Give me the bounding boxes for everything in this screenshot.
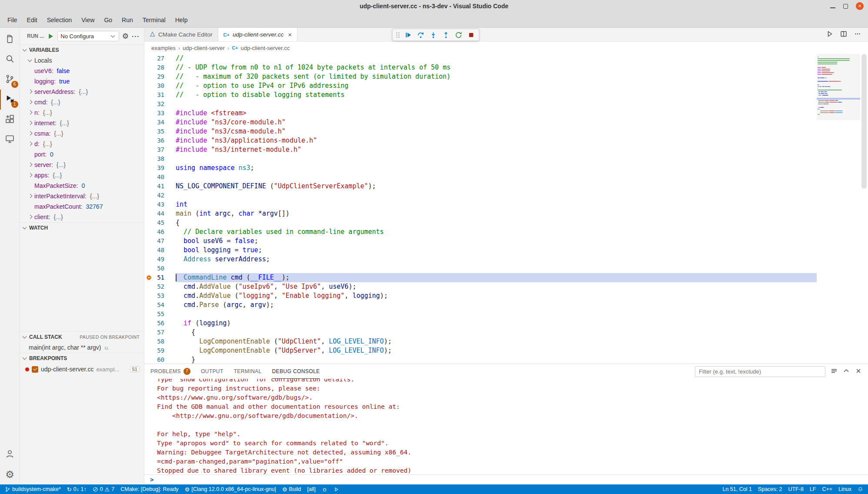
variable-d[interactable]: d:{...} xyxy=(20,139,144,149)
line-gutter[interactable]: 52 xyxy=(144,282,176,291)
line-gutter[interactable]: 54 xyxy=(144,300,176,310)
code-line-27[interactable]: 27// xyxy=(144,54,817,63)
close-tab-icon[interactable]: × xyxy=(288,31,292,38)
variable-n[interactable]: n:{...} xyxy=(20,107,144,118)
status-buildsystem-cmake[interactable]: buildsystem-cmake* xyxy=(2,484,64,494)
activity-remote-explorer[interactable] xyxy=(0,130,20,150)
code-line-32[interactable]: 32 xyxy=(144,100,817,109)
tab-udp-client-server[interactable]: C+ udp-client-server.cc × xyxy=(218,28,297,41)
code-line-34[interactable]: 34#include "ns3/core-module.h" xyxy=(144,118,817,127)
activity-source-control[interactable]: 6 xyxy=(0,70,20,90)
line-gutter[interactable]: 40 xyxy=(144,173,176,182)
console-input-row[interactable]: > xyxy=(144,474,868,484)
menu-go[interactable]: Go xyxy=(99,15,117,25)
code-line-56[interactable]: 56 if (logging) xyxy=(144,319,817,328)
code-line-28[interactable]: 28// - UDP flow from n0 to n1 of 1024 by… xyxy=(144,63,817,72)
line-gutter[interactable]: 29 xyxy=(144,72,176,81)
status-0-1[interactable]: ↻0↓ 1↑ xyxy=(64,484,90,494)
code-line-37[interactable]: 37#include "ns3/internet-module.h" xyxy=(144,145,817,154)
line-gutter[interactable]: 34 xyxy=(144,118,176,127)
status-spaces-2[interactable]: Spaces: 2 xyxy=(755,484,785,494)
step-into-button[interactable] xyxy=(427,30,439,40)
code-line-57[interactable]: 57 { xyxy=(144,328,817,337)
line-gutter[interactable]: 37 xyxy=(144,145,176,154)
panel-tab-problems[interactable]: PROBLEMS7 xyxy=(150,364,190,379)
code-line-35[interactable]: 35#include "ns3/csma-module.h" xyxy=(144,127,817,136)
code-line-54[interactable]: 54 cmd.Parse (argc, argv); xyxy=(144,300,817,310)
line-gutter[interactable]: 39 xyxy=(144,164,176,173)
line-gutter[interactable]: 45 xyxy=(144,218,176,227)
code-line-44[interactable]: 44main (int argc, char *argv[]) xyxy=(144,209,817,218)
line-gutter[interactable]: 46 xyxy=(144,227,176,237)
line-gutter[interactable]: 57 xyxy=(144,328,176,337)
code-line-43[interactable]: 43int xyxy=(144,200,817,209)
line-gutter[interactable]: 50 xyxy=(144,264,176,273)
code-line-38[interactable]: 38 xyxy=(144,154,817,164)
line-gutter[interactable]: 41 xyxy=(144,182,176,191)
menu-run[interactable]: Run xyxy=(117,15,138,25)
line-gutter[interactable]: 38 xyxy=(144,154,176,164)
menu-help[interactable]: Help xyxy=(170,15,193,25)
code-line-49[interactable]: 49 Address serverAddress; xyxy=(144,255,817,264)
line-gutter[interactable]: 56 xyxy=(144,319,176,328)
editor-scrollbar[interactable] xyxy=(860,54,868,364)
line-gutter[interactable]: 30 xyxy=(144,81,176,90)
breadcrumb-item-examples[interactable]: examples xyxy=(151,45,176,51)
close-button[interactable]: × xyxy=(856,2,864,10)
restart-button[interactable] xyxy=(453,30,464,40)
variable-maxpacketcount[interactable]: maxPacketCount:32767 xyxy=(20,201,144,212)
panel-tab-output[interactable]: OUTPUT xyxy=(201,364,224,379)
status-0-7[interactable]: 0⚠7 xyxy=(90,484,118,494)
activity-extensions[interactable] xyxy=(0,110,20,130)
line-gutter[interactable]: 51 xyxy=(144,273,176,282)
variable-apps[interactable]: apps:{...} xyxy=(20,170,144,180)
variable-server[interactable]: server:{...} xyxy=(20,160,144,170)
code-line-59[interactable]: 59 LogComponentEnable ("UdpServer", LOG_… xyxy=(144,346,817,355)
variables-header[interactable]: VARIABLES xyxy=(20,45,144,55)
menu-edit[interactable]: Edit xyxy=(22,15,42,25)
activity-explorer[interactable] xyxy=(0,30,20,50)
menu-file[interactable]: File xyxy=(3,15,22,25)
continue-button[interactable] xyxy=(402,30,414,40)
breadcrumb-item-udp-client-server-cc[interactable]: udp-client-server.cc xyxy=(241,45,290,51)
code-line-33[interactable]: 33#include <fstream> xyxy=(144,109,817,118)
console-filter-input[interactable] xyxy=(695,366,825,377)
breadcrumb-item-udp-client-server[interactable]: udp-client-server xyxy=(183,45,225,51)
code-line-55[interactable]: 55 xyxy=(144,310,817,319)
status-lf[interactable]: LF xyxy=(807,484,819,494)
code-line-60[interactable]: 60 } xyxy=(144,355,817,364)
variable-maxpacketsize[interactable]: MaxPacketSize:0 xyxy=(20,180,144,191)
menu-view[interactable]: View xyxy=(77,15,99,25)
variable-serveraddress[interactable]: serverAddress:{...} xyxy=(20,87,144,97)
scope-locals[interactable]: Locals xyxy=(20,55,144,66)
code-line-46[interactable]: 46 // Declare variables used in command-… xyxy=(144,227,817,237)
breakpoint-checkbox[interactable] xyxy=(32,366,38,373)
line-gutter[interactable]: 43 xyxy=(144,200,176,209)
start-debugging-button[interactable] xyxy=(47,33,54,40)
line-gutter[interactable]: 35 xyxy=(144,127,176,136)
more-actions-icon[interactable]: ··· xyxy=(132,33,140,40)
run-file-icon[interactable] xyxy=(826,30,833,39)
variable-port[interactable]: port:0 xyxy=(20,149,144,160)
configure-gear-icon[interactable]: ⚙ xyxy=(122,33,129,40)
activity-search[interactable] xyxy=(0,50,20,70)
watch-header[interactable]: WATCH xyxy=(20,223,144,233)
maximize-button[interactable] xyxy=(843,4,848,9)
step-out-button[interactable] xyxy=(440,30,451,40)
line-gutter[interactable]: 47 xyxy=(144,237,176,246)
status-play[interactable] xyxy=(331,484,342,494)
code-line-29[interactable]: 29// - maximum of 320 packets sent (or l… xyxy=(144,72,817,81)
status-bell[interactable] xyxy=(855,484,866,494)
code-line-53[interactable]: 53 cmd.AddValue ("logging", "Enable logg… xyxy=(144,291,817,300)
line-gutter[interactable]: 36 xyxy=(144,136,176,145)
line-gutter[interactable]: 55 xyxy=(144,310,176,319)
stop-button[interactable] xyxy=(465,30,477,40)
drag-handle-icon[interactable] xyxy=(396,32,400,38)
code-line-47[interactable]: 47 bool useV6 = false; xyxy=(144,237,817,246)
line-gutter[interactable]: 42 xyxy=(144,191,176,200)
status-linux[interactable]: Linux xyxy=(835,484,855,494)
maximize-panel-icon[interactable] xyxy=(843,367,850,376)
code-line-36[interactable]: 36#include "ns3/applications-module.h" xyxy=(144,136,817,145)
line-gutter[interactable]: 28 xyxy=(144,63,176,72)
menu-selection[interactable]: Selection xyxy=(42,15,77,25)
